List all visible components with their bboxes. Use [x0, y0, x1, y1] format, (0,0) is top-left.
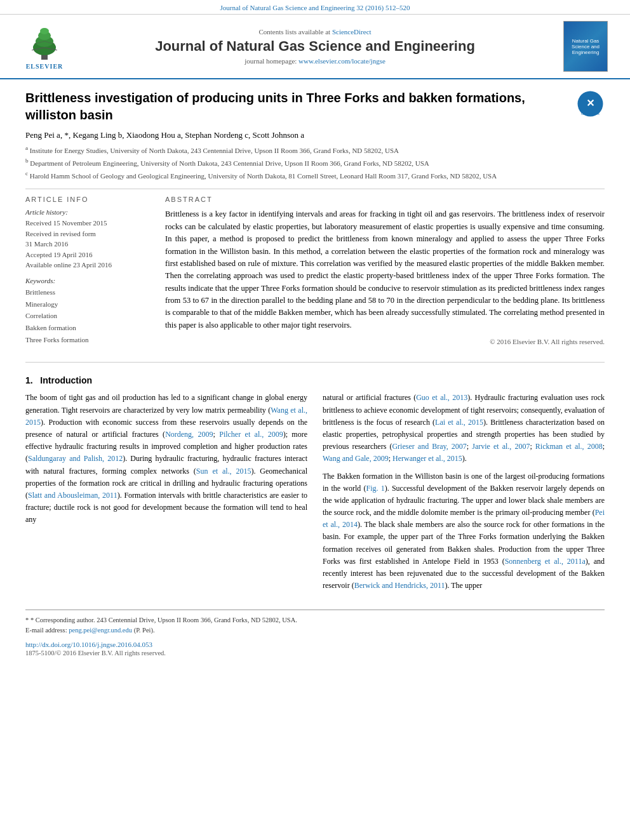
intro-right-text: natural or artificial fractures (Guo et … — [323, 392, 605, 592]
ref-herwanger2015[interactable]: Herwanger et al., 2015 — [392, 454, 462, 463]
email-suffix: (P. Pei). — [134, 627, 155, 634]
ref-slatt2011[interactable]: Slatt and Abousleiman, 2011 — [28, 491, 117, 500]
ref-berwick2011[interactable]: Berwick and Hendricks, 2011 — [354, 581, 445, 590]
intro-left-col: The boom of tight gas and oil production… — [25, 392, 307, 597]
svg-point-4 — [40, 28, 49, 34]
elsevier-text: ELSEVIER — [26, 63, 64, 70]
homepage-prefix: journal homepage: — [245, 57, 298, 65]
issn-line: 1875-5100/© 2016 Elsevier B.V. All right… — [25, 650, 605, 657]
header-divider — [25, 189, 605, 189]
ref-fig1[interactable]: Fig. 1 — [366, 484, 385, 493]
journal-title: Journal of Natural Gas Science and Engin… — [76, 38, 554, 55]
content-area: Brittleness investigation of producing u… — [0, 79, 630, 669]
article-title-section: Brittleness investigation of producing u… — [25, 90, 605, 124]
keyword-bakken: Bakken formation — [25, 322, 152, 334]
science-direct-prefix: Contents lists available at — [258, 28, 332, 36]
article-info-column: ARTICLE INFO Article history: Received 1… — [25, 196, 152, 352]
author-email-link[interactable]: peng.pei@engr.und.edu — [69, 627, 132, 634]
abstract-divider — [25, 362, 605, 363]
ref-pilcher2009[interactable]: Pilcher et al., 2009 — [219, 430, 283, 439]
ref-saldungaray2012[interactable]: Saldungaray and Palish, 2012 — [28, 454, 123, 463]
doi-link[interactable]: http://dx.doi.org/10.1016/j.jngse.2016.0… — [25, 641, 152, 648]
ref-nordeng2009[interactable]: Nordeng, 2009 — [165, 430, 213, 439]
homepage-link[interactable]: www.elsevier.com/locate/jngse — [298, 57, 385, 65]
date-accepted: Accepted 19 April 2016 — [25, 250, 152, 260]
elsevier-tree-icon — [22, 23, 67, 62]
ref-sonnenberg2011a[interactable]: Sonnenberg et al., 2011a — [505, 557, 586, 566]
affiliation-c-text: Harold Hamm School of Geology and Geolog… — [30, 172, 497, 180]
keyword-mineralogy: Mineralogy — [25, 298, 152, 310]
authors-text: Peng Pei a, *, Kegang Ling b, Xiaodong H… — [25, 130, 304, 140]
ref-pei2014[interactable]: Pei et al., 2014 — [323, 508, 605, 529]
article-info-abstract-section: ARTICLE INFO Article history: Received 1… — [25, 196, 605, 352]
keywords-group: Keywords: Brittleness Mineralogy Correla… — [25, 277, 152, 345]
ref-sun2015[interactable]: Sun et al., 2015 — [196, 467, 251, 476]
journal-homepage-line: journal homepage: www.elsevier.com/locat… — [76, 57, 554, 65]
science-direct-line: Contents lists available at ScienceDirec… — [76, 28, 554, 36]
article-info-label: ARTICLE INFO — [25, 196, 152, 203]
email-label: E-mail address: — [25, 627, 69, 634]
doi-line: http://dx.doi.org/10.1016/j.jngse.2016.0… — [25, 641, 605, 648]
journal-reference: Journal of Natural Gas Science and Engin… — [0, 0, 630, 15]
keyword-three-forks: Three Forks formation — [25, 334, 152, 346]
abstract-text: Brittleness is a key factor in identifyi… — [165, 208, 605, 331]
affiliation-a-text: Institute for Energy Studies, University… — [30, 147, 399, 154]
journal-cover-image: Natural Gas Science and Engineering — [563, 21, 608, 72]
intro-number: 1. — [25, 375, 33, 385]
authors-line: Peng Pei a, *, Kegang Ling b, Xiaodong H… — [25, 130, 605, 140]
affiliation-c: c Harold Hamm School of Geology and Geol… — [25, 170, 605, 181]
date-received: Received 15 November 2015 — [25, 218, 152, 229]
intro-heading: Introduction — [40, 375, 92, 385]
date-received-revised-label: Received in revised form — [25, 229, 152, 239]
article-history-group: Article history: Received 15 November 20… — [25, 208, 152, 270]
journal-center: Contents lists available at ScienceDirec… — [76, 28, 554, 65]
introduction-section: 1. Introduction The boom of tight gas an… — [25, 375, 605, 597]
affiliations-section: a Institute for Energy Studies, Universi… — [25, 144, 605, 181]
crossmark-icon: ✕ CrossMark — [576, 90, 605, 118]
journal-cover-section: Natural Gas Science and Engineering — [554, 21, 617, 72]
keyword-brittleness: Brittleness — [25, 286, 152, 298]
intro-body: The boom of tight gas and oil production… — [25, 392, 605, 597]
affiliation-b: b Department of Petroleum Engineering, U… — [25, 157, 605, 168]
science-direct-link[interactable]: ScienceDirect — [332, 28, 372, 36]
history-title: Article history: — [25, 208, 152, 216]
date-revised: 31 March 2016 — [25, 239, 152, 250]
date-online: Available online 23 April 2016 — [25, 260, 152, 270]
ref-wang2009[interactable]: Wang and Gale, 2009 — [323, 454, 389, 463]
corresponding-author-text: * Corresponding author. 243 Centennial D… — [30, 617, 297, 623]
footnote-section: * * Corresponding author. 243 Centennial… — [25, 610, 605, 657]
ref-jarvie2007[interactable]: Jarvie et al., 2007 — [472, 442, 530, 451]
intro-right-col: natural or artificial fractures (Guo et … — [323, 392, 605, 597]
ref-rickman2008[interactable]: Rickman et al., 2008 — [535, 442, 603, 451]
affiliation-b-text: Department of Petroleum Engineering, Uni… — [30, 159, 429, 167]
journal-reference-text: Journal of Natural Gas Science and Engin… — [220, 4, 410, 11]
copyright-line: © 2016 Elsevier B.V. All rights reserved… — [165, 338, 605, 345]
keywords-title: Keywords: — [25, 277, 152, 284]
article-title: Brittleness investigation of producing u… — [25, 90, 566, 124]
ref-guo2013[interactable]: Guo et al., 2013 — [416, 393, 467, 402]
elsevier-logo-section: ELSEVIER — [13, 23, 76, 70]
email-note: E-mail address: peng.pei@engr.und.edu (P… — [25, 625, 605, 636]
svg-text:✕: ✕ — [586, 98, 594, 109]
ref-grieser2007[interactable]: Grieser and Bray, 2007 — [392, 442, 466, 451]
journal-header: ELSEVIER Contents lists available at Sci… — [0, 15, 630, 79]
intro-title: 1. Introduction — [25, 375, 605, 385]
intro-left-text: The boom of tight gas and oil production… — [25, 392, 307, 526]
abstract-label: ABSTRACT — [165, 196, 605, 203]
ref-wang2015[interactable]: Wang et al., 2015 — [25, 406, 307, 427]
ref-lai2015[interactable]: Lai et al., 2015 — [435, 418, 483, 427]
abstract-column: ABSTRACT Brittleness is a key factor in … — [165, 196, 605, 352]
keyword-correlation: Correlation — [25, 310, 152, 322]
corresponding-author-note: * * Corresponding author. 243 Centennial… — [25, 615, 605, 625]
affiliation-a: a Institute for Energy Studies, Universi… — [25, 144, 605, 156]
svg-text:CrossMark: CrossMark — [581, 112, 600, 116]
